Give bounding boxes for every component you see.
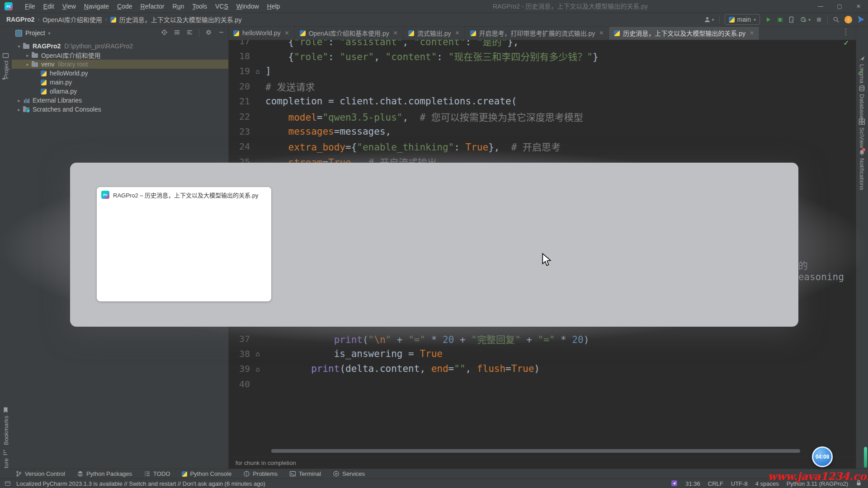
stripe-label-bookmarks[interactable]: Bookmarks (3, 416, 9, 445)
toolbar-python-packages[interactable]: Python Packages (77, 470, 132, 477)
lingma-status-icon[interactable] (671, 480, 678, 488)
tree-item-ollamapy[interactable]: ollama.py (12, 87, 228, 96)
window-switcher: PCRAGPro2 – 历史消息，上下文以及大模型输出的关系.py (70, 163, 798, 327)
folder-icon (31, 52, 38, 59)
chevron-right-icon[interactable]: ▸ (15, 98, 23, 103)
run-configuration-select[interactable]: main▾ (725, 14, 760, 25)
tree-item-externallibraries[interactable]: ▸External Libraries (12, 96, 228, 105)
toolbar-label: Python Console (190, 470, 231, 477)
python-file-icon (470, 30, 476, 36)
caret-position[interactable]: 31:36 (685, 480, 700, 487)
menu-view[interactable]: View (58, 0, 80, 13)
python-file-icon (614, 30, 620, 36)
editor-tab[interactable]: 历史消息，上下文以及大模型输出的关系.py✕ (609, 26, 760, 40)
restore-button[interactable]: ▢ (830, 0, 849, 13)
menu-code[interactable]: Code (113, 0, 136, 13)
stripe-label-database[interactable]: Database (859, 94, 865, 119)
ai-assistant-icon[interactable] (857, 16, 864, 23)
user-profile-icon[interactable]: ▾ (704, 16, 714, 23)
toolbar-version-control[interactable]: Version Control (15, 470, 65, 477)
line-separator[interactable]: CRLF (708, 480, 723, 487)
code-overflow-text: k的reasoning (793, 258, 856, 282)
menu-run[interactable]: Run (169, 0, 189, 13)
editor-tab[interactable]: 开启思考，打印带思考扩展的流式输出.py✕ (465, 26, 609, 40)
fold-marker-icon[interactable]: ⌂ (250, 365, 265, 373)
toolbar-problems[interactable]: Problems (243, 470, 278, 477)
editor-tab[interactable]: helloWorld.py✕ (228, 26, 295, 40)
editor-tab[interactable]: OpenAI库介绍和基本使用.py✕ (295, 26, 403, 40)
tree-item-mainpy[interactable]: main.py (12, 78, 228, 87)
hide-panel-icon[interactable] (218, 29, 225, 38)
code-line: 20# 发送请求 (228, 79, 856, 94)
chevron-right-icon[interactable]: ▸ (15, 107, 23, 112)
thumbnail-pycharm (97, 202, 271, 301)
tree-item-helloworldpy[interactable]: helloWorld.py (12, 69, 228, 78)
menu-edit[interactable]: Edit (39, 0, 58, 13)
close-tab-icon[interactable]: ✕ (393, 30, 398, 36)
tree-item-scratchesandconsoles[interactable]: ▸Scratches and Consoles (12, 105, 228, 114)
menu-refactor[interactable]: Refactor (137, 0, 169, 13)
stop-button[interactable] (816, 16, 822, 23)
project-title[interactable]: Project (25, 29, 45, 37)
code-text: extra_body={"enable_thinking": True}, # … (265, 140, 561, 153)
expand-all-icon[interactable] (174, 29, 180, 38)
file-encoding[interactable]: UTF-8 (731, 480, 748, 487)
stripe-label-notifications[interactable]: Notifications (859, 158, 865, 190)
profiler-button[interactable]: ▾ (800, 16, 811, 23)
run-coverage-button[interactable] (788, 16, 795, 23)
close-button[interactable]: ✕ (849, 0, 868, 13)
stripe-label-sciview[interactable]: SciView (859, 127, 865, 148)
chevron-down-icon[interactable]: ▾ (48, 31, 51, 36)
stripe-label-project[interactable]: Project (3, 61, 9, 79)
breadcrumb-item[interactable]: 历史消息，上下文以及大模型输出的关系.py (119, 15, 242, 24)
close-tab-icon[interactable]: ✕ (750, 30, 754, 36)
menu-tools[interactable]: Tools (188, 0, 211, 13)
minimize-button[interactable]: — (811, 0, 830, 13)
close-tab-icon[interactable]: ✕ (599, 30, 604, 36)
event-log-icon[interactable] (5, 480, 12, 488)
toolbar-services[interactable]: Services (333, 470, 365, 477)
right-tool-stripe: LingmaDatabaseSciViewNotifications✓ (856, 26, 868, 469)
search-everywhere-icon[interactable] (833, 16, 840, 23)
tree-item-venv[interactable]: ▸venvlibrary root (12, 60, 228, 69)
chevron-right-icon[interactable]: ▸ (24, 53, 31, 58)
menu-window[interactable]: Window (232, 0, 263, 13)
close-tab-icon[interactable]: ✕ (455, 30, 460, 36)
debug-button[interactable] (777, 16, 783, 23)
tab-label: OpenAI库介绍和基本使用.py (309, 28, 389, 38)
tool-window-bar: Version ControlPython PackagesTODOPython… (0, 469, 868, 479)
code-text: messages=messages, (265, 126, 391, 137)
code-line: 22 model="qwen3.5-plus", # 您可以按需更换为其它深度思… (228, 109, 856, 124)
menu-bar: FileEditViewNavigateCodeRefactorRunTools… (21, 0, 284, 13)
menu-help[interactable]: Help (263, 0, 284, 13)
toolbar-terminal[interactable]: Terminal (289, 470, 321, 477)
fold-marker-icon[interactable]: ⌂ (250, 350, 265, 357)
breadcrumb-item[interactable]: OpenAI库介绍和使用 (42, 15, 102, 24)
menu-navigate[interactable]: Navigate (80, 0, 113, 13)
fold-marker-icon[interactable]: ⌂ (250, 67, 265, 75)
tree-item-openai[interactable]: ▸OpenAI库介绍和使用 (12, 51, 228, 60)
card-header: PCRAGPro2 – 历史消息，上下文以及大模型输出的关系.py (97, 187, 271, 202)
editor-tab[interactable]: 流式输出.py✕ (403, 26, 465, 40)
toolbar-python-console[interactable]: Python Console (182, 470, 231, 477)
status-message[interactable]: Localized PyCharm 2023.1.3 is available … (16, 480, 265, 487)
tree-item-ragpro2[interactable]: ▾RAGPro2D:\python_pro\RAGPro2 (12, 42, 228, 51)
settings-gear-icon[interactable] (205, 29, 212, 38)
chevron-down-icon[interactable]: ▾ (15, 44, 23, 49)
horizontal-scrollbar[interactable] (271, 449, 800, 453)
inspections-ok-icon[interactable]: ✓ (843, 39, 849, 47)
toolbar-todo[interactable]: TODO (144, 470, 170, 477)
pycharm-window: PC FileEditViewNavigateCodeRefactorRunTo… (0, 0, 868, 488)
run-button[interactable] (765, 16, 772, 23)
switcher-card-pycharm[interactable]: PCRAGPro2 – 历史消息，上下文以及大模型输出的关系.py (97, 187, 271, 301)
close-tab-icon[interactable]: ✕ (285, 30, 289, 36)
breadcrumb-item[interactable]: RAGPro2 (6, 16, 34, 23)
menu-vcs[interactable]: VCS (211, 0, 232, 13)
chevron-right-icon[interactable]: ▸ (24, 62, 31, 67)
update-available-icon[interactable]: ↑ (844, 16, 852, 23)
editor-options-icon[interactable]: ⋮ (842, 27, 849, 37)
collapse-all-icon[interactable] (186, 29, 193, 38)
editor-breadcrumb[interactable]: for chunk in completion (228, 457, 856, 469)
locate-icon[interactable] (161, 29, 168, 38)
menu-file[interactable]: File (21, 0, 39, 13)
